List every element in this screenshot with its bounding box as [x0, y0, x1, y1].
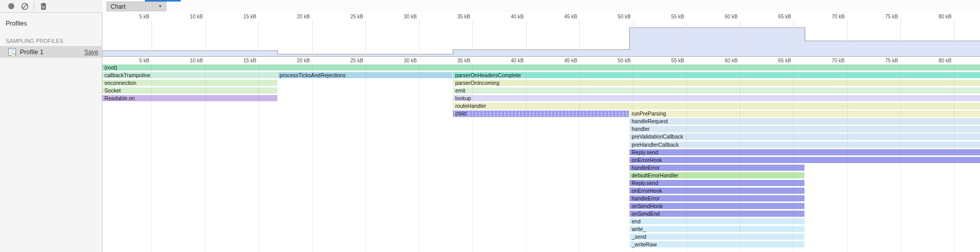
gridline: [312, 20, 313, 56]
gridline: [740, 20, 741, 56]
gridline: [526, 64, 527, 252]
ruler-tick-label: 40 kB: [488, 13, 524, 20]
flame-bar-handleError[interactable]: handleError: [629, 195, 804, 201]
chart-header: Chart ▼: [102, 0, 980, 13]
flame-bar-lookup[interactable]: lookup: [453, 95, 979, 101]
gridline: [633, 64, 634, 252]
ruler-tick-label: 80 kB: [916, 13, 952, 20]
ruler-tick-label: 45 kB: [541, 13, 577, 20]
flame-bar-Reply.send[interactable]: Reply.send: [629, 149, 980, 155]
ruler-tick-label: 15 kB: [221, 57, 256, 64]
heap-overview-minimap[interactable]: [102, 20, 980, 56]
gridline: [686, 64, 687, 252]
flame-bar-handler[interactable]: handler: [629, 126, 980, 132]
gridline: [312, 64, 313, 252]
gridline: [472, 64, 473, 252]
flame-bar-callbackTrampoline[interactable]: callbackTrampoline: [102, 72, 277, 78]
flame-bar-parserOnHeadersComplete[interactable]: parserOnHeadersComplete: [453, 72, 979, 78]
ruler-tick-label: 45 kB: [541, 57, 577, 64]
gridline: [954, 64, 954, 252]
ruler-tick-label: 15 kB: [221, 13, 256, 20]
ruler-tick-label: 10 kB: [167, 57, 203, 64]
flame-bar-Reply.send[interactable]: Reply.send: [629, 180, 804, 186]
flame-bar-Socket[interactable]: Socket: [102, 87, 277, 94]
delete-profile-button[interactable]: [39, 2, 48, 10]
trash-icon: [40, 3, 47, 10]
ruler-tick-label: 35 kB: [434, 13, 470, 20]
view-select-value: Chart: [111, 3, 125, 10]
flame-bar-root[interactable]: (root): [102, 64, 980, 71]
profiles-sidebar: Profiles SAMPLING PROFILES % Profile 1 S…: [0, 13, 102, 252]
toolbar-separator: [34, 2, 34, 10]
flame-bar-parserOnIncoming[interactable]: parserOnIncoming: [453, 80, 979, 86]
flame-bar-handleRequest[interactable]: handleRequest: [629, 118, 980, 124]
ruler-tick-label: 75 kB: [862, 13, 898, 20]
gridline: [633, 20, 634, 56]
gridline: [793, 20, 794, 56]
flame-bar-defaultErrorHandler[interactable]: defaultErrorHandler: [629, 172, 804, 178]
ruler-tick-label: 30 kB: [381, 13, 417, 20]
gridline: [526, 20, 527, 56]
flame-bar-onconnection[interactable]: onconnection: [102, 80, 277, 86]
ruler-tick-label: 60 kB: [702, 57, 738, 64]
view-select[interactable]: Chart ▼: [106, 2, 166, 11]
flame-bar-write_[interactable]: write_: [629, 226, 804, 232]
flame-bar-Readable.on[interactable]: Readable.on: [102, 95, 277, 101]
ruler-tick-label: 5 kB: [114, 13, 149, 20]
ruler-tick-label: 70 kB: [809, 57, 845, 64]
gridline: [365, 64, 366, 252]
chevron-down-icon: ▼: [158, 4, 162, 9]
profile-name: Profile 1: [20, 49, 43, 56]
profile-document-icon: %: [8, 48, 16, 56]
flame-bar-routeHandler[interactable]: routeHandler: [453, 103, 979, 109]
profile-list-item[interactable]: % Profile 1 Save: [0, 46, 102, 58]
gridline: [740, 64, 741, 252]
gridline: [205, 20, 206, 56]
sampling-profiles-section-label: SAMPLING PROFILES: [0, 27, 102, 44]
flame-bar-onErrorHook[interactable]: onErrorHook: [629, 157, 980, 163]
gridline: [205, 64, 206, 252]
flame-bar-onErrorHook[interactable]: onErrorHook: [629, 188, 804, 194]
ruler-top: 5 kB10 kB15 kB20 kB25 kB30 kB35 kB40 kB4…: [102, 13, 980, 20]
flame-chart[interactable]: (root)callbackTrampolineprocessTicksAndR…: [102, 64, 980, 252]
flame-bar-runPreParsing[interactable]: runPreParsing: [629, 110, 980, 117]
flame-bar-onSendHook[interactable]: onSendHook: [629, 203, 804, 209]
ruler-tick-label: 80 kB: [916, 57, 952, 64]
gridline: [472, 20, 473, 56]
flame-bar-onSendEnd[interactable]: onSendEnd: [629, 211, 804, 217]
record-icon: [8, 3, 15, 10]
flame-bar-_writeRaw[interactable]: _writeRaw: [629, 241, 804, 247]
clear-profiles-button[interactable]: [20, 2, 29, 10]
ruler-tick-label: 5 kB: [114, 57, 149, 64]
gridline: [419, 64, 420, 252]
ruler-tick-label: 50 kB: [595, 13, 631, 20]
gridline: [847, 64, 847, 252]
gridline: [847, 20, 847, 56]
gridline: [900, 20, 901, 56]
flame-bar-handleError[interactable]: handleError: [629, 165, 804, 171]
gridline: [258, 64, 259, 252]
flame-bar-preHandlerCallback[interactable]: preHandlerCallback: [629, 142, 980, 148]
ruler-tick-label: 25 kB: [328, 13, 363, 20]
flame-bar-emit[interactable]: emit: [453, 87, 979, 94]
flame-bar-_send[interactable]: _send: [629, 234, 804, 240]
block-icon: [21, 3, 29, 10]
ruler-tick-label: 35 kB: [434, 57, 470, 64]
ruler-tick-label: 65 kB: [755, 57, 791, 64]
gridline: [900, 64, 901, 252]
save-link[interactable]: Save: [84, 49, 98, 56]
ruler-tick-label: 60 kB: [702, 13, 738, 20]
ruler-tick-label: 40 kB: [488, 57, 524, 64]
flame-bar-end[interactable]: end: [629, 218, 804, 224]
gridline: [258, 20, 259, 56]
record-button[interactable]: [7, 2, 15, 10]
gridline: [151, 20, 152, 56]
ruler-tick-label: 70 kB: [809, 13, 845, 20]
gridline: [954, 20, 954, 56]
ruler-tick-label: 75 kB: [862, 57, 898, 64]
gridline: [686, 20, 687, 56]
flame-bar-preValidationCallback[interactable]: preValidationCallback: [629, 133, 980, 140]
ruler-tick-label: 10 kB: [167, 13, 203, 20]
ruler-tick-label: 50 kB: [595, 57, 631, 64]
flame-bar-child[interactable]: child: [453, 110, 629, 117]
